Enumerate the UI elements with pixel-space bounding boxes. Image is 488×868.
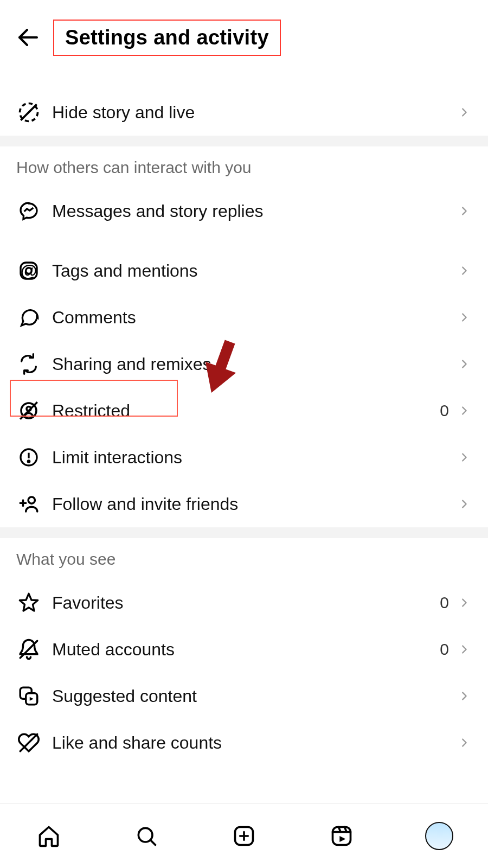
chevron-right-icon <box>457 595 472 610</box>
svg-rect-28 <box>333 827 351 845</box>
chevron-right-icon <box>457 735 472 750</box>
row-label: Muted accounts <box>52 640 440 660</box>
chevron-right-icon <box>457 203 472 219</box>
chevron-right-icon <box>457 356 472 372</box>
hide-story-icon <box>16 100 41 125</box>
svg-line-4 <box>21 104 36 120</box>
row-hide-story[interactable]: Hide story and live <box>0 89 488 136</box>
restricted-icon <box>16 398 41 423</box>
suggested-icon <box>16 684 41 709</box>
page-title: Settings and activity <box>65 26 269 49</box>
row-label: Messages and story replies <box>52 201 457 221</box>
row-invite[interactable]: Follow and invite friends <box>0 481 488 527</box>
svg-point-13 <box>28 497 35 503</box>
row-label: Tags and mentions <box>52 261 457 281</box>
reels-icon <box>330 824 354 848</box>
svg-marker-32 <box>339 836 345 842</box>
invite-icon <box>16 492 41 516</box>
row-label: Comments <box>52 308 457 328</box>
home-icon <box>37 824 61 848</box>
header: Settings and activity <box>0 0 488 75</box>
plus-square-icon <box>232 824 256 848</box>
row-label: Restricted <box>52 401 440 421</box>
nav-create[interactable] <box>228 820 260 852</box>
chevron-right-icon <box>457 310 472 325</box>
nav-reels[interactable] <box>325 820 358 852</box>
chevron-right-icon <box>457 450 472 465</box>
messenger-icon <box>16 199 41 224</box>
section-divider <box>0 136 488 146</box>
svg-point-12 <box>28 461 29 462</box>
like-share-icon <box>16 730 41 755</box>
row-like-share[interactable]: Like and share counts <box>0 719 488 766</box>
chevron-right-icon <box>457 105 472 120</box>
row-favorites[interactable]: Favorites 0 <box>0 579 488 626</box>
comment-icon <box>16 305 41 330</box>
chevron-right-icon <box>457 403 472 418</box>
row-count: 0 <box>440 593 449 612</box>
row-label: Favorites <box>52 593 440 613</box>
back-button[interactable] <box>13 22 43 53</box>
at-icon: @ <box>16 258 41 283</box>
chevron-right-icon <box>457 263 472 278</box>
svg-marker-16 <box>20 593 37 611</box>
svg-line-24 <box>150 840 155 845</box>
chevron-right-icon <box>457 642 472 657</box>
star-icon <box>16 590 41 615</box>
row-messages[interactable]: Messages and story replies <box>0 188 488 234</box>
section-header-whatyousee: What you see <box>0 538 488 579</box>
bottom-nav <box>0 803 488 868</box>
remix-icon <box>16 352 41 376</box>
row-label: Sharing and remixes <box>52 354 457 374</box>
row-tags[interactable]: @ Tags and mentions <box>0 247 488 294</box>
section-divider <box>0 527 488 538</box>
nav-search[interactable] <box>130 820 163 852</box>
section-header-interact: How others can interact with you <box>0 146 488 188</box>
limit-icon <box>16 445 41 470</box>
title-highlight-box: Settings and activity <box>53 20 281 56</box>
row-comments[interactable]: Comments <box>0 294 488 341</box>
row-label: Like and share counts <box>52 733 457 753</box>
row-count: 0 <box>440 401 449 420</box>
chevron-right-icon <box>457 496 472 512</box>
row-limit[interactable]: Limit interactions <box>0 434 488 481</box>
row-muted[interactable]: Muted accounts 0 <box>0 626 488 673</box>
row-count: 0 <box>440 640 449 659</box>
muted-icon <box>16 637 41 662</box>
nav-home[interactable] <box>33 820 65 852</box>
avatar-icon <box>425 822 453 850</box>
row-label: Suggested content <box>52 686 457 706</box>
search-icon <box>134 824 158 848</box>
row-restricted[interactable]: Restricted 0 <box>0 387 488 434</box>
row-label: Follow and invite friends <box>52 494 457 514</box>
nav-profile[interactable] <box>423 820 455 852</box>
row-suggested[interactable]: Suggested content <box>0 673 488 719</box>
chevron-right-icon <box>457 688 472 704</box>
arrow-left-icon <box>15 24 41 50</box>
row-label: Limit interactions <box>52 448 457 468</box>
row-label: Hide story and live <box>52 103 457 123</box>
row-sharing[interactable]: Sharing and remixes <box>0 341 488 387</box>
